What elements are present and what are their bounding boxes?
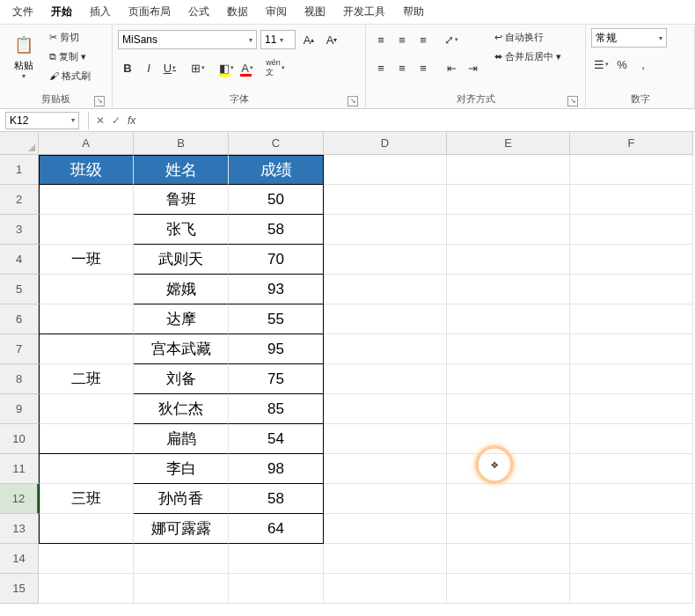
cell[interactable]: [447, 275, 570, 304]
cell[interactable]: [447, 185, 570, 215]
row-header[interactable]: 12: [0, 484, 39, 514]
cell[interactable]: 张飞: [134, 215, 229, 245]
cell[interactable]: 75: [229, 364, 324, 394]
cell[interactable]: [447, 574, 570, 604]
cell[interactable]: 一班: [39, 245, 134, 275]
cell[interactable]: 班级: [39, 155, 134, 185]
bold-button[interactable]: B: [118, 58, 137, 77]
menu-item[interactable]: 页面布局: [120, 1, 179, 23]
cell[interactable]: [324, 454, 447, 484]
number-format-combo[interactable]: 常规▾: [591, 28, 667, 48]
cell[interactable]: 娜可露露: [134, 514, 229, 544]
currency-button[interactable]: ☰▾: [591, 55, 611, 74]
menu-item[interactable]: 开发工具: [334, 1, 394, 23]
cell[interactable]: [447, 484, 570, 514]
cell[interactable]: 二班: [39, 364, 134, 394]
cell[interactable]: [324, 334, 447, 364]
cell[interactable]: [134, 574, 229, 604]
cell[interactable]: [447, 304, 570, 334]
dialog-launcher-icon[interactable]: ↘: [567, 96, 578, 106]
cells-area[interactable]: 班级姓名成绩鲁班50张飞58一班武则天70嫦娥93达摩55宫本武藏95二班刘备7…: [39, 155, 693, 604]
cell[interactable]: [447, 155, 570, 185]
font-color-button[interactable]: A▾: [238, 58, 257, 77]
percent-button[interactable]: %: [612, 55, 632, 74]
menu-item[interactable]: 审阅: [257, 1, 296, 23]
enter-formula-button[interactable]: ✓: [108, 114, 124, 127]
border-button[interactable]: ⊞▾: [188, 58, 208, 77]
cell[interactable]: [324, 275, 447, 304]
cell[interactable]: [324, 484, 447, 514]
cell[interactable]: 58: [229, 484, 324, 514]
align-center-button[interactable]: ≡: [392, 58, 412, 77]
row-header[interactable]: 15: [0, 574, 39, 604]
align-top-button[interactable]: ≡: [371, 30, 391, 49]
cell[interactable]: 55: [229, 304, 324, 334]
cell[interactable]: [570, 364, 693, 394]
fx-icon[interactable]: fx: [124, 114, 139, 127]
menu-item[interactable]: 开始: [42, 1, 81, 23]
cell[interactable]: [447, 364, 570, 394]
italic-button[interactable]: I: [139, 58, 158, 77]
cell[interactable]: [39, 544, 134, 574]
name-box[interactable]: K12▾: [5, 112, 79, 129]
row-header[interactable]: 8: [0, 364, 39, 394]
phonetic-button[interactable]: wén文▾: [266, 58, 285, 77]
cell[interactable]: 姓名: [134, 155, 229, 185]
cell[interactable]: 狄仁杰: [134, 394, 229, 424]
cell[interactable]: [570, 514, 693, 544]
column-header[interactable]: F: [570, 132, 693, 155]
cell[interactable]: [39, 304, 134, 334]
underline-button[interactable]: U▾: [160, 58, 179, 77]
align-bottom-button[interactable]: ≡: [413, 30, 433, 49]
cell[interactable]: [447, 544, 570, 574]
row-header[interactable]: 6: [0, 304, 39, 334]
column-header[interactable]: E: [447, 132, 570, 155]
cell[interactable]: [39, 275, 134, 304]
menu-item[interactable]: 插入: [81, 1, 120, 23]
cell[interactable]: [570, 574, 693, 604]
cell[interactable]: [39, 574, 134, 604]
cell[interactable]: 宫本武藏: [134, 334, 229, 364]
row-header[interactable]: 4: [0, 245, 39, 275]
dialog-launcher-icon[interactable]: ↘: [348, 96, 358, 106]
row-header[interactable]: 5: [0, 275, 39, 304]
cell[interactable]: [570, 424, 693, 454]
comma-button[interactable]: ,: [633, 55, 653, 74]
cell[interactable]: 85: [229, 394, 324, 424]
cell[interactable]: 95: [229, 334, 324, 364]
decrease-indent-button[interactable]: ⇤: [442, 58, 461, 77]
cell[interactable]: [39, 514, 134, 544]
row-header[interactable]: 2: [0, 185, 39, 215]
cell[interactable]: 58: [229, 215, 324, 245]
align-right-button[interactable]: ≡: [413, 58, 433, 77]
cell[interactable]: [570, 304, 693, 334]
cell[interactable]: [570, 155, 693, 185]
cell[interactable]: [447, 424, 570, 454]
font-name-combo[interactable]: MiSans▾: [118, 30, 257, 49]
cell[interactable]: [39, 394, 134, 424]
cell[interactable]: 孙尚香: [134, 484, 229, 514]
cell[interactable]: 达摩: [134, 304, 229, 334]
row-header[interactable]: 10: [0, 424, 39, 454]
increase-font-button[interactable]: A▴: [299, 30, 318, 49]
align-middle-button[interactable]: ≡: [392, 30, 412, 49]
cell[interactable]: [324, 215, 447, 245]
cell[interactable]: [570, 484, 693, 514]
row-header[interactable]: 3: [0, 215, 39, 245]
column-header[interactable]: C: [229, 132, 324, 155]
row-header[interactable]: 1: [0, 155, 39, 185]
cell[interactable]: [324, 155, 447, 185]
cell[interactable]: [570, 245, 693, 275]
cell[interactable]: 54: [229, 424, 324, 454]
cell[interactable]: [324, 185, 447, 215]
cell[interactable]: [229, 544, 324, 574]
formula-input[interactable]: [139, 112, 695, 129]
increase-indent-button[interactable]: ⇥: [463, 58, 482, 77]
cell[interactable]: [324, 364, 447, 394]
cell[interactable]: [570, 334, 693, 364]
align-left-button[interactable]: ≡: [371, 58, 391, 77]
cell[interactable]: [39, 185, 134, 215]
cell[interactable]: [570, 394, 693, 424]
cell[interactable]: [39, 334, 134, 364]
cell[interactable]: 扁鹊: [134, 424, 229, 454]
